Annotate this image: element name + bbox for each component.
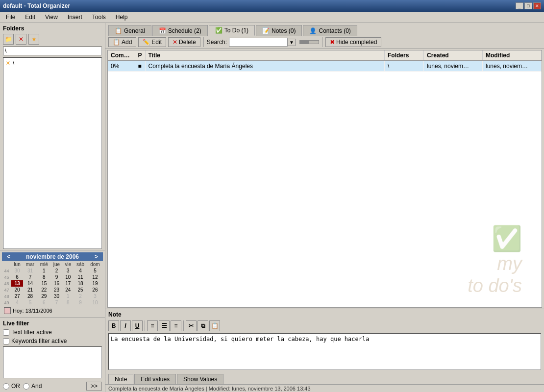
note-italic-button[interactable]: I	[120, 320, 131, 331]
calendar-day[interactable]: 20	[11, 287, 23, 293]
filter-textarea[interactable]	[3, 346, 102, 378]
calendar-day[interactable]: 25	[74, 287, 87, 293]
folder-refresh-button[interactable]: ★	[28, 34, 39, 45]
col-created[interactable]: Created	[424, 50, 483, 61]
calendar-day[interactable]: 6	[37, 299, 51, 306]
folder-new-button[interactable]: 📁	[3, 34, 14, 45]
slider-bar[interactable]	[299, 40, 319, 44]
add-button[interactable]: 📋 Add	[108, 37, 136, 47]
col-completion[interactable]: Com…	[108, 50, 135, 61]
calendar-day[interactable]: 26	[87, 287, 103, 293]
calendar-day[interactable]: 14	[23, 280, 37, 287]
col-folders[interactable]: Folders	[385, 50, 424, 61]
keywords-filter-checkbox[interactable]	[3, 338, 9, 344]
calendar-day[interactable]: 15	[37, 280, 51, 287]
delete-button[interactable]: ✕ Delete	[168, 37, 200, 47]
calendar-day[interactable]: 13	[11, 280, 23, 287]
calendar-day[interactable]: 3	[62, 268, 74, 274]
cal-header-mar: mar	[23, 261, 37, 268]
calendar-day[interactable]: 9	[51, 274, 63, 280]
calendar-day[interactable]: 12	[87, 274, 103, 280]
calendar-day[interactable]: 18	[74, 280, 87, 287]
calendar-day[interactable]: 11	[74, 274, 87, 280]
cell-created: lunes, noviem…	[424, 61, 483, 72]
menu-tools[interactable]: Tools	[88, 13, 110, 22]
calendar-day[interactable]: 5	[23, 299, 37, 306]
note-textarea[interactable]: La encuesta de la Universidad, si quiero…	[108, 333, 541, 370]
radio-and[interactable]	[23, 383, 29, 390]
calendar-day[interactable]: 1	[37, 268, 51, 274]
cal-header-dom: dom	[87, 261, 103, 268]
calendar-day[interactable]: 28	[23, 293, 37, 299]
menu-help[interactable]: Help	[112, 13, 132, 22]
col-title[interactable]: Title	[145, 50, 384, 61]
edit-button[interactable]: ✏️ Edit	[138, 37, 166, 47]
note-align-right-button[interactable]: ≡	[171, 320, 181, 331]
calendar-next-button[interactable]: >	[93, 253, 100, 260]
calendar-prev-button[interactable]: <	[5, 253, 12, 260]
tab-general[interactable]: 📋 General	[108, 25, 151, 36]
note-copy-button[interactable]: ⧉	[198, 320, 208, 331]
calendar-day[interactable]: 5	[87, 268, 103, 274]
search-dropdown[interactable]: ▼	[288, 39, 296, 46]
calendar-day[interactable]: 8	[37, 274, 51, 280]
tab-todo[interactable]: ✅ To Do (1)	[209, 25, 255, 36]
tab-edit-values[interactable]: Edit values	[134, 374, 176, 384]
text-filter-checkbox[interactable]	[3, 329, 9, 336]
radio-or[interactable]	[3, 383, 9, 390]
calendar-day[interactable]: 3	[87, 293, 103, 299]
calendar-day[interactable]: 1	[62, 293, 74, 299]
calendar-day[interactable]: 29	[37, 293, 51, 299]
calendar-day[interactable]: 9	[74, 299, 87, 306]
filter-go-button[interactable]: >>	[86, 382, 102, 391]
calendar-day[interactable]: 2	[74, 293, 87, 299]
calendar-day[interactable]: 8	[62, 299, 74, 306]
note-bold-button[interactable]: B	[108, 320, 119, 331]
calendar-day[interactable]: 30	[11, 268, 23, 274]
tab-notes[interactable]: 📝 Notes (0)	[256, 25, 302, 36]
calendar-day[interactable]: 2	[51, 268, 63, 274]
note-align-center-button[interactable]: ☰	[159, 320, 170, 331]
calendar-day[interactable]: 30	[51, 293, 63, 299]
folder-delete-button[interactable]: ✕	[16, 34, 26, 45]
folder-path-input[interactable]	[3, 47, 102, 55]
menu-insert[interactable]: Insert	[64, 13, 86, 22]
calendar-day[interactable]: 10	[87, 299, 103, 306]
hide-completed-button[interactable]: ✖ Hide completed	[325, 37, 381, 47]
calendar-day[interactable]: 4	[11, 299, 23, 306]
tab-contacts-icon: 👤	[309, 27, 317, 34]
tab-contacts[interactable]: 👤 Contacts (0)	[303, 25, 357, 36]
calendar-day[interactable]: 6	[11, 274, 23, 280]
search-input[interactable]	[229, 38, 288, 47]
note-cut-button[interactable]: ✂	[186, 320, 197, 331]
menu-file[interactable]: File	[2, 13, 19, 22]
calendar-day[interactable]: 23	[51, 287, 63, 293]
calendar-day[interactable]: 16	[51, 280, 63, 287]
tab-note[interactable]: Note	[108, 374, 133, 384]
maximize-button[interactable]: □	[524, 2, 532, 9]
calendar-day[interactable]: 27	[11, 293, 23, 299]
minimize-button[interactable]: _	[516, 2, 523, 9]
calendar-day[interactable]: 24	[62, 287, 74, 293]
calendar-day[interactable]: 17	[62, 280, 74, 287]
calendar-day[interactable]: 7	[51, 299, 63, 306]
note-underline-button[interactable]: U	[132, 320, 143, 331]
calendar-day[interactable]: 22	[37, 287, 51, 293]
menu-edit[interactable]: Edit	[21, 13, 39, 22]
tab-show-values[interactable]: Show Values	[177, 374, 223, 384]
calendar-day[interactable]: 21	[23, 287, 37, 293]
folder-tree-item[interactable]: ☀ \	[5, 60, 99, 67]
tab-schedule[interactable]: 📅 Schedule (2)	[152, 25, 208, 36]
col-priority[interactable]: P	[135, 50, 145, 61]
calendar-day[interactable]: 4	[74, 268, 87, 274]
calendar-day[interactable]: 7	[23, 274, 37, 280]
calendar-day[interactable]: 19	[87, 280, 103, 287]
calendar-day[interactable]: 31	[23, 268, 37, 274]
close-button[interactable]: ✕	[533, 2, 541, 9]
menu-view[interactable]: View	[41, 13, 62, 22]
note-align-left-button[interactable]: ≡	[147, 320, 158, 331]
col-modified[interactable]: Modified	[483, 50, 542, 61]
note-paste-button[interactable]: 📋	[209, 320, 220, 331]
calendar-day[interactable]: 10	[62, 274, 74, 280]
table-row[interactable]: 0%■Completa la encuesta de María Ángeles…	[108, 61, 542, 72]
